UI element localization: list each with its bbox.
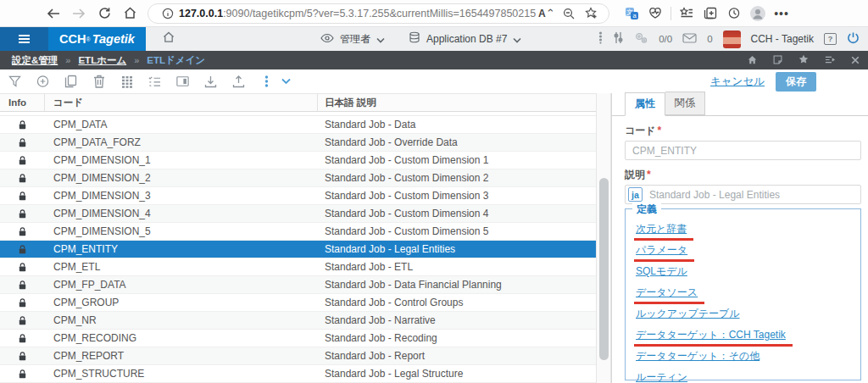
app-home-icon[interactable] xyxy=(163,31,175,47)
table-row[interactable]: CPM_DATA_FORZ Standard Job - Override Da… xyxy=(0,134,596,152)
main-menu-button[interactable] xyxy=(0,27,48,51)
browser-home-icon[interactable] xyxy=(117,3,142,25)
note-icon[interactable] xyxy=(773,53,782,68)
database-selector[interactable]: Application DB #7 xyxy=(426,33,507,45)
read-aloud-icon[interactable]: A⌃ xyxy=(536,4,558,23)
breadcrumb-settings[interactable]: 設定&管理 xyxy=(12,54,58,67)
chevron-down-icon[interactable] xyxy=(376,31,385,47)
process-status-icon[interactable] xyxy=(598,31,603,47)
database-icon xyxy=(409,31,420,47)
definition-link[interactable]: SQLモデル xyxy=(636,264,687,279)
breadcrumb-etl-domain[interactable]: ETLドメイン xyxy=(147,54,205,67)
browser-essentials-icon[interactable] xyxy=(643,3,667,25)
refresh-icon[interactable] xyxy=(92,3,117,25)
logout-power-icon[interactable] xyxy=(847,31,860,47)
description-field[interactable]: ja Standard Job - Legal Entities xyxy=(625,185,861,204)
table-row[interactable]: CPM_REPORT Standard Job - Report xyxy=(0,347,596,365)
export-icon[interactable] xyxy=(232,75,245,88)
table-row[interactable]: CPM_DIMENSION_4 Standard Job - Custom Di… xyxy=(0,205,596,223)
home-icon[interactable] xyxy=(748,53,757,68)
table-row[interactable]: CPM_ENTITY Standard Job - Legal Entities xyxy=(0,241,596,258)
table-row[interactable]: CPM_DIMENSION_2 Standard Job - Custom Di… xyxy=(0,169,596,187)
star-icon[interactable] xyxy=(798,53,809,68)
table-body: CPM_DATA Standard Job - Data CPM_DATA_FO… xyxy=(0,116,596,383)
table-scrollbar[interactable] xyxy=(596,93,611,383)
table-row[interactable]: CPM_ETL Standard Job - ETL xyxy=(0,258,596,276)
copy-icon[interactable] xyxy=(64,75,77,88)
delete-icon[interactable] xyxy=(92,75,105,88)
panel-body: コード* 説明* ja Standard Job - Legal Entitie… xyxy=(612,116,868,383)
breadcrumb-etl-home[interactable]: ETLホーム xyxy=(78,54,126,67)
column-header-description[interactable]: 日本語 説明 xyxy=(318,94,596,111)
more-actions-icon[interactable] xyxy=(260,75,273,88)
column-header-info[interactable]: Info xyxy=(0,94,45,111)
help-icon[interactable]: ? xyxy=(824,33,837,45)
grid-columns-icon[interactable] xyxy=(120,75,133,88)
cancel-button[interactable]: キャンセル xyxy=(710,75,765,89)
checklist-icon[interactable] xyxy=(148,75,161,88)
properties-panel: 属性 関係 コード* 説明* ja Standard Job - Legal E… xyxy=(611,93,868,383)
export-list-icon[interactable] xyxy=(825,53,835,68)
row-desc: Standard Job - Custom Dimension 3 xyxy=(318,187,596,204)
scrollbar-thumb[interactable] xyxy=(599,178,609,360)
user-role-selector[interactable]: 管理者 xyxy=(340,32,370,47)
definition-link[interactable]: パラメータ xyxy=(636,243,687,258)
gears-icon[interactable] xyxy=(634,31,648,47)
account-name[interactable]: CCH - Tagetik xyxy=(751,33,814,45)
browser-menu-icon[interactable]: ••• xyxy=(770,3,793,25)
mail-icon[interactable] xyxy=(682,31,697,47)
collections-icon[interactable] xyxy=(698,3,722,25)
screen: 127.0.0.1:9090/tagetikcpm/5?ver=5.3.17.2… xyxy=(0,0,868,383)
definition-link[interactable]: データターゲット：その他 xyxy=(636,349,760,364)
toolbar: キャンセル 保存 xyxy=(0,69,868,93)
code-field[interactable] xyxy=(625,141,861,160)
row-desc: Standard Job - Override Data xyxy=(318,134,596,151)
user-avatar[interactable] xyxy=(723,31,741,48)
url-text[interactable]: 127.0.0.1:9090/tagetikcpm/5?ver=5.3.17.2… xyxy=(179,8,536,19)
definition-link[interactable]: ルーティン xyxy=(636,370,687,383)
row-code: CPM_GROUP xyxy=(45,294,318,311)
definition-link[interactable]: データソース xyxy=(636,286,698,300)
definition-link[interactable]: データターゲット：CCH Tagetik xyxy=(636,328,786,342)
table-row[interactable]: CPM_DIMENSION_3 Standard Job - Custom Di… xyxy=(0,187,596,205)
address-bar[interactable]: 127.0.0.1:9090/tagetikcpm/5?ver=5.3.17.2… xyxy=(147,3,609,24)
forward-icon[interactable] xyxy=(66,3,92,25)
save-button[interactable]: 保存 xyxy=(776,72,816,92)
table-row[interactable]: CPM_DATA Standard Job - Data xyxy=(0,116,596,134)
detail-panel-icon[interactable] xyxy=(176,75,189,88)
favorites-bar-icon[interactable] xyxy=(675,3,698,25)
table-row[interactable]: CPM_DIMENSION_5 Standard Job - Custom Di… xyxy=(0,223,596,241)
lock-icon xyxy=(19,316,26,325)
table-row[interactable]: CPM_DIMENSION_1 Standard Job - Custom Di… xyxy=(0,152,596,169)
column-header-code[interactable]: コード xyxy=(45,94,318,111)
table-row[interactable]: CPM_RECODING Standard Job - Recoding xyxy=(0,330,596,347)
tab-relations[interactable]: 関係 xyxy=(665,92,705,115)
favorite-star-icon[interactable] xyxy=(580,4,602,23)
definition-link[interactable]: ルックアップテーブル xyxy=(636,307,740,321)
lock-icon xyxy=(19,227,26,236)
tab-attributes[interactable]: 属性 xyxy=(625,92,665,116)
table-row[interactable]: CPM_FP_DATA Standard Job - Data Financia… xyxy=(0,276,596,294)
sliders-icon[interactable] xyxy=(613,31,624,47)
add-icon[interactable] xyxy=(36,75,49,88)
history-icon[interactable] xyxy=(722,3,746,25)
import-icon[interactable] xyxy=(204,75,217,88)
browser-actions: 文a ••• xyxy=(620,3,793,25)
table-row[interactable]: CPM_GROUP Standard Job - Control Groups xyxy=(0,294,596,312)
back-icon[interactable] xyxy=(41,3,66,25)
translate-icon[interactable]: 文a xyxy=(620,3,643,25)
site-info-icon[interactable] xyxy=(157,4,179,23)
table-row[interactable]: CPM_NR Standard Job - Narrative xyxy=(0,312,596,330)
header-right: 0/0 0 CCH - Tagetik ? xyxy=(598,27,860,51)
row-code: CPM_RECODING xyxy=(45,330,318,347)
table-row[interactable]: CPM_STRUCTURE Standard Job - Legal Struc… xyxy=(0,365,596,383)
hamburger-icon xyxy=(19,35,30,43)
chevron-down-icon[interactable] xyxy=(513,31,521,47)
domain-table: Info コード 日本語 説明 CPM_DATA Standard Job - … xyxy=(0,93,596,383)
zoom-out-icon[interactable] xyxy=(558,4,580,23)
expand-chevron-icon[interactable] xyxy=(280,75,292,88)
filter-icon[interactable] xyxy=(8,75,21,88)
definition-link[interactable]: 次元と辞書 xyxy=(636,222,687,236)
browser-profile-icon[interactable] xyxy=(746,3,770,25)
close-icon[interactable] xyxy=(851,53,860,68)
